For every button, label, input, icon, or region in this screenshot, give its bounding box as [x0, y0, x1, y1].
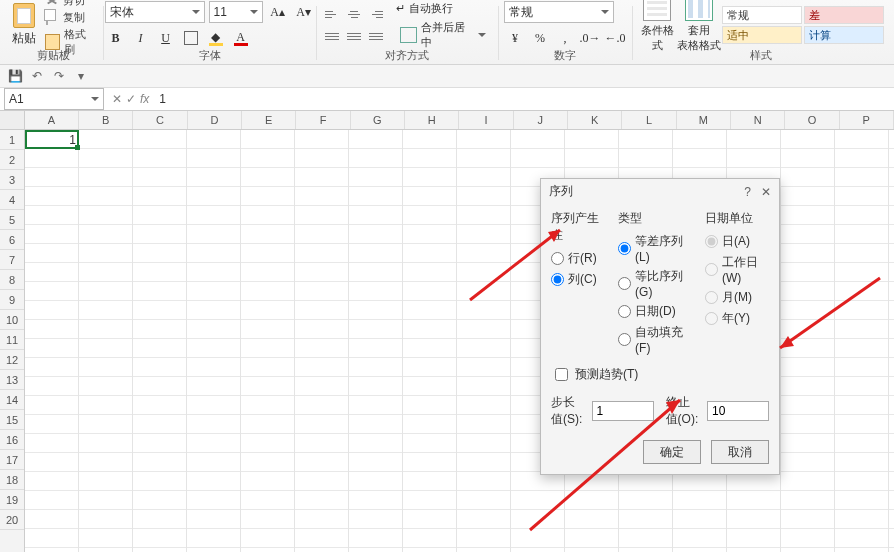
- cancel-button[interactable]: 取消: [711, 440, 769, 464]
- merge-center-button[interactable]: 合并后居中: [396, 20, 492, 50]
- col-header-d[interactable]: D: [188, 111, 242, 129]
- align-top-center[interactable]: [344, 4, 364, 24]
- cancel-formula-icon[interactable]: ✕: [112, 92, 122, 106]
- row-header-6[interactable]: 6: [0, 230, 24, 250]
- row-header-1[interactable]: 1: [0, 130, 24, 150]
- col-header-b[interactable]: B: [79, 111, 133, 129]
- col-header-f[interactable]: F: [296, 111, 350, 129]
- row-header-10[interactable]: 10: [0, 310, 24, 330]
- series-in-group: 序列产生在 行(R) 列(C): [551, 210, 604, 355]
- number-format-combo[interactable]: 常规: [504, 1, 614, 23]
- row-header-14[interactable]: 14: [0, 390, 24, 410]
- row-header-7[interactable]: 7: [0, 250, 24, 270]
- bold-button[interactable]: B: [105, 27, 127, 49]
- row-header-15[interactable]: 15: [0, 410, 24, 430]
- row-header-13[interactable]: 13: [0, 370, 24, 390]
- col-header-o[interactable]: O: [785, 111, 839, 129]
- align-left[interactable]: [322, 26, 342, 46]
- col-header-p[interactable]: P: [840, 111, 894, 129]
- scissors-icon: [45, 0, 59, 8]
- currency-button[interactable]: ¥: [504, 27, 526, 49]
- style-calc[interactable]: 计算: [804, 26, 884, 44]
- radio-columns[interactable]: 列(C): [551, 271, 604, 288]
- radio-autofill[interactable]: 自动填充(F): [618, 324, 691, 355]
- col-header-a[interactable]: A: [25, 111, 79, 129]
- row-header-2[interactable]: 2: [0, 150, 24, 170]
- undo-icon[interactable]: ↶: [30, 69, 44, 83]
- align-center[interactable]: [344, 26, 364, 46]
- row-header-11[interactable]: 11: [0, 330, 24, 350]
- col-header-j[interactable]: J: [514, 111, 568, 129]
- align-right[interactable]: [366, 26, 386, 46]
- table-format-button[interactable]: 套用 表格格式: [680, 0, 718, 53]
- copy-button[interactable]: 复制: [43, 10, 97, 25]
- font-name-combo[interactable]: 宋体: [105, 1, 205, 23]
- align-top-left[interactable]: [322, 4, 342, 24]
- col-header-e[interactable]: E: [242, 111, 296, 129]
- radio-date[interactable]: 日期(D): [618, 303, 691, 320]
- col-header-l[interactable]: L: [622, 111, 676, 129]
- series-dialog: 序列 ? ✕ 序列产生在 行(R) 列(C) 类型 等差序列(L): [540, 178, 780, 475]
- percent-button[interactable]: %: [529, 27, 551, 49]
- col-header-g[interactable]: G: [351, 111, 405, 129]
- row-header-17[interactable]: 17: [0, 450, 24, 470]
- font-size-combo[interactable]: 11: [209, 1, 263, 23]
- radio-rows[interactable]: 行(R): [551, 250, 604, 267]
- align-top-right[interactable]: [366, 4, 386, 24]
- redo-icon[interactable]: ↷: [52, 69, 66, 83]
- trend-checkbox[interactable]: 预测趋势(T): [551, 365, 769, 384]
- paste-button[interactable]: 粘贴: [10, 3, 39, 47]
- col-header-n[interactable]: N: [731, 111, 785, 129]
- radio-linear[interactable]: 等差序列(L): [618, 233, 691, 264]
- style-bad[interactable]: 差: [804, 6, 884, 24]
- select-all-corner[interactable]: [0, 111, 25, 129]
- style-neutral[interactable]: 适中: [722, 26, 802, 44]
- row-header-3[interactable]: 3: [0, 170, 24, 190]
- step-input[interactable]: [592, 401, 654, 421]
- style-normal[interactable]: 常规: [722, 6, 802, 24]
- row-header-16[interactable]: 16: [0, 430, 24, 450]
- row-header-8[interactable]: 8: [0, 270, 24, 290]
- italic-button[interactable]: I: [130, 27, 152, 49]
- ok-button[interactable]: 确定: [643, 440, 701, 464]
- row-header-4[interactable]: 4: [0, 190, 24, 210]
- col-header-c[interactable]: C: [133, 111, 187, 129]
- close-icon[interactable]: ✕: [761, 185, 771, 199]
- row-header-12[interactable]: 12: [0, 350, 24, 370]
- cut-button[interactable]: 剪切: [43, 0, 97, 8]
- quick-access-toolbar: 💾 ↶ ↷ ▾: [0, 65, 894, 88]
- cell-a1[interactable]: 1: [25, 130, 79, 149]
- col-header-k[interactable]: K: [568, 111, 622, 129]
- help-icon[interactable]: ?: [744, 185, 751, 199]
- row-header-9[interactable]: 9: [0, 290, 24, 310]
- wrap-text-button[interactable]: ↵ 自动换行: [396, 1, 492, 16]
- row-header-19[interactable]: 19: [0, 490, 24, 510]
- radio-day: 日(A): [705, 233, 769, 250]
- row-header-18[interactable]: 18: [0, 470, 24, 490]
- name-box[interactable]: A1: [4, 88, 104, 110]
- bucket-icon: ◆: [211, 31, 220, 43]
- comma-button[interactable]: ,: [554, 27, 576, 49]
- col-header-i[interactable]: I: [459, 111, 513, 129]
- radio-growth[interactable]: 等比序列(G): [618, 268, 691, 299]
- col-header-h[interactable]: H: [405, 111, 459, 129]
- conditional-format-button[interactable]: 条件格式: [638, 0, 676, 53]
- border-button[interactable]: [180, 27, 202, 49]
- save-icon[interactable]: 💾: [8, 69, 22, 83]
- fill-color-button[interactable]: ◆: [205, 27, 227, 49]
- qat-dropdown-icon[interactable]: ▾: [74, 69, 88, 83]
- row-header-20[interactable]: 20: [0, 510, 24, 530]
- stop-input[interactable]: [707, 401, 769, 421]
- col-header-m[interactable]: M: [677, 111, 731, 129]
- row-header-5[interactable]: 5: [0, 210, 24, 230]
- alignment-grid: [322, 4, 386, 46]
- increase-decimal-button[interactable]: .0→: [579, 27, 601, 49]
- decrease-font-icon[interactable]: A▾: [293, 1, 315, 23]
- font-color-button[interactable]: A: [230, 27, 252, 49]
- fx-icon[interactable]: fx: [140, 92, 149, 106]
- enter-formula-icon[interactable]: ✓: [126, 92, 136, 106]
- decrease-decimal-button[interactable]: ←.0: [604, 27, 626, 49]
- underline-button[interactable]: U: [155, 27, 177, 49]
- formula-input[interactable]: 1: [153, 92, 894, 106]
- increase-font-icon[interactable]: A▴: [267, 1, 289, 23]
